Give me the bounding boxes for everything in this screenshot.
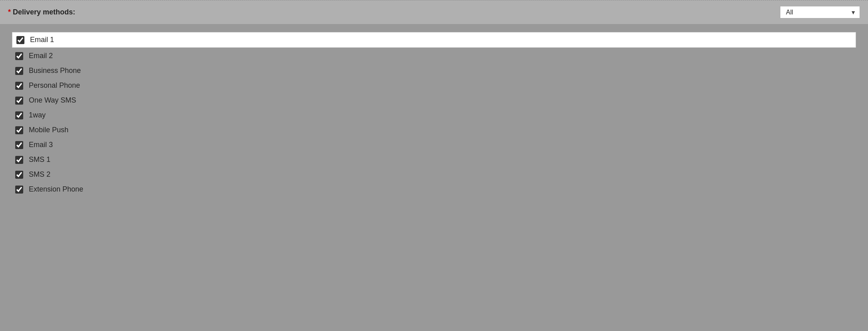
list-item[interactable]: Email 3 xyxy=(12,138,856,151)
checkbox-label-email1: Email 1 xyxy=(30,36,54,44)
list-item[interactable]: SMS 2 xyxy=(12,168,856,181)
list-item[interactable]: SMS 1 xyxy=(12,153,856,166)
checkbox-email3[interactable] xyxy=(15,141,23,149)
required-marker: * xyxy=(8,8,11,16)
list-item[interactable]: Personal Phone xyxy=(12,79,856,92)
checkbox-label-extension_phone: Extension Phone xyxy=(29,185,83,194)
list-item[interactable]: Business Phone xyxy=(12,64,856,77)
dropdown-container[interactable]: AllEmailPhoneSMSPush ▼ xyxy=(780,6,860,18)
checkbox-label-sms2: SMS 2 xyxy=(29,170,50,179)
checkbox-label-1way: 1way xyxy=(29,111,46,119)
checkbox-email2[interactable] xyxy=(15,52,23,60)
content-area: Email 1Email 2Business PhonePersonal Pho… xyxy=(0,24,868,204)
list-item[interactable]: 1way xyxy=(12,109,856,122)
header-bar: * Delivery methods: AllEmailPhoneSMSPush… xyxy=(0,0,868,24)
list-item[interactable]: Extension Phone xyxy=(12,183,856,196)
delivery-filter-dropdown[interactable]: AllEmailPhoneSMSPush xyxy=(780,6,860,18)
checkbox-label-sms1: SMS 1 xyxy=(29,155,50,164)
checkbox-list: Email 1Email 2Business PhonePersonal Pho… xyxy=(12,32,856,196)
checkbox-business_phone[interactable] xyxy=(15,67,23,75)
list-item[interactable]: Email 1 xyxy=(12,32,856,48)
checkbox-label-personal_phone: Personal Phone xyxy=(29,81,80,90)
checkbox-label-one_way_sms: One Way SMS xyxy=(29,96,76,105)
list-item[interactable]: Email 2 xyxy=(12,49,856,63)
checkbox-personal_phone[interactable] xyxy=(15,82,23,90)
checkbox-one_way_sms[interactable] xyxy=(15,97,23,105)
list-item[interactable]: One Way SMS xyxy=(12,94,856,107)
checkbox-sms1[interactable] xyxy=(15,156,23,164)
checkbox-sms2[interactable] xyxy=(15,171,23,179)
delivery-methods-label: * Delivery methods: xyxy=(8,8,75,16)
checkbox-1way[interactable] xyxy=(15,111,23,119)
checkbox-mobile_push[interactable] xyxy=(15,126,23,134)
checkbox-email1[interactable] xyxy=(16,36,24,44)
checkbox-label-business_phone: Business Phone xyxy=(29,67,81,75)
checkbox-extension_phone[interactable] xyxy=(15,186,23,194)
checkbox-label-mobile_push: Mobile Push xyxy=(29,126,68,134)
list-item[interactable]: Mobile Push xyxy=(12,123,856,137)
checkbox-label-email2: Email 2 xyxy=(29,52,53,60)
checkbox-label-email3: Email 3 xyxy=(29,141,53,149)
